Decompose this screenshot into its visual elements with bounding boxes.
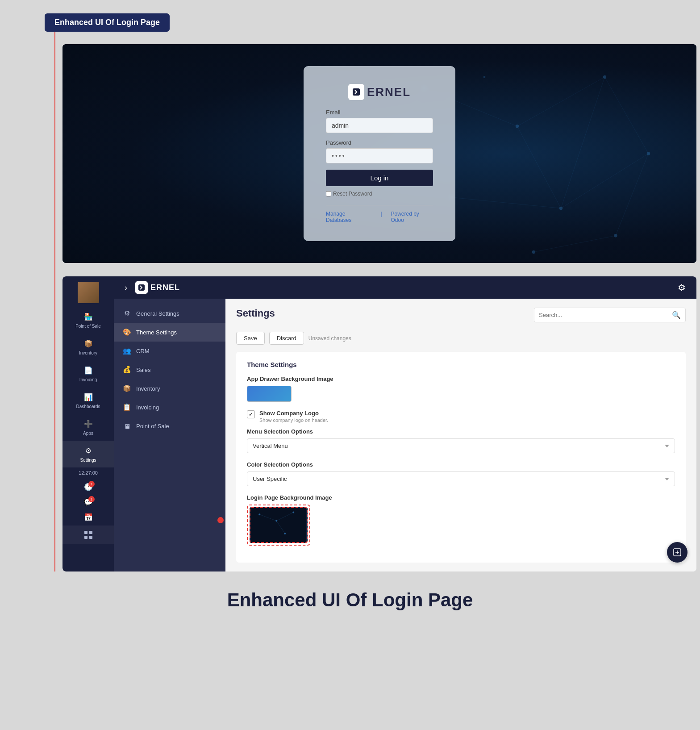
color-swatch[interactable] xyxy=(247,386,292,402)
sidebar-item-settings[interactable]: ⚙ Settings xyxy=(62,441,114,467)
save-button[interactable]: Save xyxy=(236,332,265,345)
topbar-logo-text: ERNEL xyxy=(150,283,180,292)
nav-theme-settings-label: Theme Settings xyxy=(136,329,177,336)
sidebar-time: 12:27:00 xyxy=(76,467,100,478)
login-footer: Manage Databases | Powered by Odoo xyxy=(326,205,433,223)
login-bg-row: Login Page Background Image xyxy=(247,494,675,546)
sidebar-item-pos[interactable]: 🏪 Point of Sale xyxy=(62,307,114,334)
nav-crm-label: CRM xyxy=(136,348,150,355)
svg-line-18 xyxy=(561,77,605,209)
svg-line-19 xyxy=(616,154,649,236)
pos-icon: 🏪 xyxy=(83,311,94,322)
bg-image-label: App Drawer Background Image xyxy=(247,375,675,382)
topbar-logo: ERNEL xyxy=(135,281,180,294)
nav-inventory[interactable]: 📦 Inventory xyxy=(114,379,225,398)
apps-icon: ➕ xyxy=(83,418,94,429)
content-area: ⚙ General Settings 🎨 Theme Settings 👥 CR… xyxy=(114,299,696,571)
menu-options-label: Menu Selection Options xyxy=(247,428,675,435)
nav-general-settings-label: General Settings xyxy=(136,310,179,317)
show-logo-checkbox[interactable]: ✓ xyxy=(247,410,255,418)
powered-by-link[interactable]: Powered by Odoo xyxy=(391,211,433,223)
search-input[interactable] xyxy=(539,312,672,318)
settings-icon: ⚙ xyxy=(83,445,94,456)
nav-crm[interactable]: 👥 CRM xyxy=(114,342,225,360)
nav-invoicing-label: Invoicing xyxy=(136,404,159,411)
search-icon: 🔍 xyxy=(672,311,681,319)
nav-invoicing-icon: 📋 xyxy=(122,402,132,412)
sidebar-item-dashboards[interactable]: 📊 Dashboards xyxy=(62,387,114,414)
reset-password-row: Reset Password xyxy=(326,191,433,197)
nav-pos-label: Point of Sale xyxy=(136,423,169,430)
nav-general-settings[interactable]: ⚙ General Settings xyxy=(114,304,225,323)
nav-inventory-icon: 📦 xyxy=(122,384,132,393)
section-title: Theme Settings xyxy=(247,361,675,368)
sidebar-item-apps[interactable]: ➕ Apps xyxy=(62,414,114,441)
sidebar-toggle[interactable]: › xyxy=(121,281,131,294)
fab-button[interactable] xyxy=(667,542,688,563)
sidebar-item-inventory-label: Inventory xyxy=(79,350,97,356)
nav-point-of-sale[interactable]: 🖥 Point of Sale xyxy=(114,417,225,435)
sidebar-item-invoicing-label: Invoicing xyxy=(79,377,97,383)
theme-settings-icon: 🎨 xyxy=(122,327,132,337)
nav-pos-icon: 🖥 xyxy=(122,421,132,431)
manage-db-link[interactable]: Manage Databases xyxy=(326,211,371,223)
bottom-title: Enhanced UI Of Login Page xyxy=(227,589,473,611)
svg-line-11 xyxy=(517,77,605,126)
message-icon[interactable]: 💬 1 xyxy=(80,495,96,509)
unsaved-text: Unsaved changes xyxy=(308,335,351,342)
settings-panel: Theme Settings App Drawer Background Ima… xyxy=(236,352,686,563)
login-bg-preview xyxy=(250,507,308,543)
svg-rect-24 xyxy=(84,536,88,539)
crm-icon: 👥 xyxy=(122,346,132,356)
avatar[interactable] xyxy=(78,282,99,303)
email-input[interactable] xyxy=(326,118,433,133)
show-logo-row: ✓ Show Company Logo Show company logo on… xyxy=(247,410,675,423)
reset-checkbox[interactable] xyxy=(326,191,331,196)
main-area: › ERNEL ⚙ xyxy=(114,276,696,571)
sales-icon: 💰 xyxy=(122,365,132,375)
left-nav: ⚙ General Settings 🎨 Theme Settings 👥 CR… xyxy=(114,299,225,571)
login-button[interactable]: Log in xyxy=(326,170,433,186)
color-options-select[interactable]: User Specific xyxy=(247,471,675,486)
topbar-settings-icon[interactable]: ⚙ xyxy=(674,280,689,295)
password-input[interactable] xyxy=(326,148,433,163)
bg-image-row: App Drawer Background Image xyxy=(247,375,675,402)
clock-icon[interactable]: 🕐 1 xyxy=(80,480,96,493)
calendar-icon[interactable]: 📅 xyxy=(80,510,96,524)
svg-line-12 xyxy=(605,77,649,154)
apps-grid-button[interactable] xyxy=(62,526,114,544)
topbar-logo-icon xyxy=(135,281,148,294)
show-logo-sublabel: Show company logo on header. xyxy=(259,417,328,423)
clock-badge: 1 xyxy=(88,481,95,487)
svg-line-13 xyxy=(561,154,649,209)
color-options-label: Color Selection Options xyxy=(247,461,675,468)
sidebar-item-invoicing[interactable]: 📄 Invoicing xyxy=(62,360,114,387)
nav-sales[interactable]: 💰 Sales xyxy=(114,360,225,379)
login-card: ERNEL Email Password Log in Reset Passwo… xyxy=(304,66,455,241)
login-bg-wrapper[interactable] xyxy=(247,505,310,546)
login-logo-icon xyxy=(348,84,364,100)
dashboards-icon: 📊 xyxy=(83,392,94,402)
page-title: Settings xyxy=(236,308,275,319)
top-annotation-label: Enhanced UI Of Login Page xyxy=(45,13,170,32)
discard-button[interactable]: Discard xyxy=(269,332,304,345)
menu-options-select[interactable]: Vertical Menu xyxy=(247,438,675,453)
login-bg-label: Login Page Background Image xyxy=(247,494,675,501)
password-label: Password xyxy=(326,139,433,146)
annotation-dot xyxy=(217,517,224,523)
sidebar-item-inventory[interactable]: 📦 Inventory xyxy=(62,334,114,360)
nav-sales-label: Sales xyxy=(136,367,151,373)
svg-rect-22 xyxy=(84,531,88,534)
reset-password-label: Reset Password xyxy=(333,191,372,197)
svg-line-14 xyxy=(452,197,561,209)
login-logo-text: ERNEL xyxy=(367,85,411,99)
nav-invoicing[interactable]: 📋 Invoicing xyxy=(114,398,225,417)
svg-line-17 xyxy=(517,126,561,209)
show-logo-label: Show Company Logo xyxy=(259,410,328,417)
nav-theme-settings[interactable]: 🎨 Theme Settings xyxy=(114,323,225,342)
svg-line-20 xyxy=(533,236,616,252)
topbar: › ERNEL ⚙ xyxy=(114,276,696,299)
sidebar-item-pos-label: Point of Sale xyxy=(75,324,101,329)
svg-point-9 xyxy=(483,76,486,78)
message-badge: 1 xyxy=(88,496,95,502)
